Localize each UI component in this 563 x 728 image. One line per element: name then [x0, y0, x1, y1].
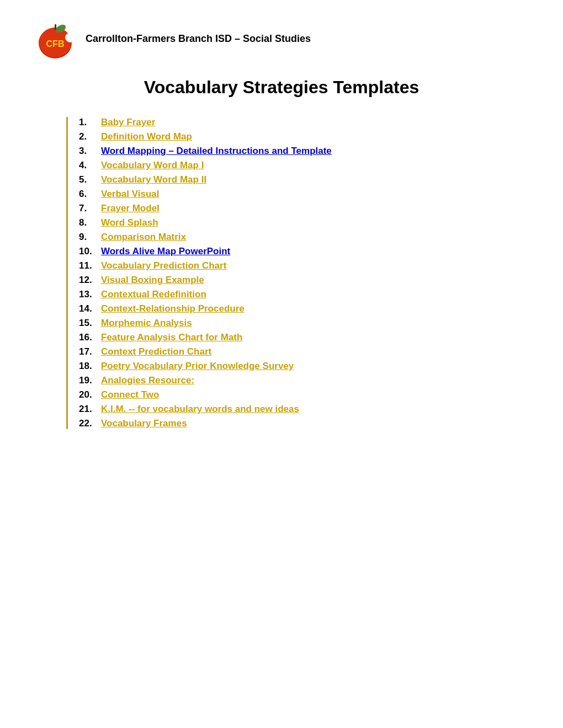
item-number: 22.: [79, 418, 101, 429]
item-number: 12.: [79, 275, 101, 286]
page-header: CFB Carrollton-Farmers Branch ISD – Soci…: [33, 17, 530, 61]
item-number: 11.: [79, 260, 101, 271]
item-number: 9.: [79, 232, 101, 243]
svg-point-4: [65, 33, 76, 42]
item-number: 4.: [79, 160, 101, 171]
list-item: 3.Word Mapping – Detailed Instructions a…: [79, 146, 530, 157]
list-item: 22.Vocabulary Frames: [79, 418, 530, 429]
list-item: 12.Visual Boxing Example: [79, 275, 530, 286]
list-item: 6.Verbal Visual: [79, 189, 530, 200]
item-link[interactable]: Vocabulary Word Map II: [101, 174, 206, 185]
item-link[interactable]: K.I.M. -- for vocabulary words and new i…: [101, 404, 299, 415]
item-link[interactable]: Definition Word Map: [101, 131, 192, 142]
svg-text:CFB: CFB: [46, 39, 65, 49]
item-number: 19.: [79, 375, 101, 386]
item-link[interactable]: Word Splash: [101, 217, 158, 228]
item-number: 15.: [79, 318, 101, 329]
list-item: 21.K.I.M. -- for vocabulary words and ne…: [79, 404, 530, 415]
item-link[interactable]: Verbal Visual: [101, 189, 160, 200]
list-item: 10.Words Alive Map PowerPoint: [79, 246, 530, 257]
items-list: 1.Baby Frayer2.Definition Word Map3.Word…: [66, 117, 530, 429]
item-link[interactable]: Analogies Resource:: [101, 375, 194, 386]
item-link[interactable]: Feature Analysis Chart for Math: [101, 332, 242, 343]
item-number: 6.: [79, 189, 101, 200]
item-number: 21.: [79, 404, 101, 415]
page-title: Vocabulary Strategies Templates: [33, 77, 530, 98]
item-number: 18.: [79, 361, 101, 372]
svg-rect-3: [55, 24, 56, 30]
list-item: 9.Comparison Matrix: [79, 232, 530, 243]
item-number: 13.: [79, 289, 101, 300]
list-item: 14.Context-Relationship Procedure: [79, 303, 530, 314]
item-link[interactable]: Comparison Matrix: [101, 232, 186, 243]
item-link[interactable]: Contextual Redefinition: [101, 289, 206, 300]
logo-icon: CFB: [33, 17, 77, 61]
item-number: 14.: [79, 303, 101, 314]
item-number: 8.: [79, 217, 101, 228]
item-number: 3.: [79, 146, 101, 157]
item-link[interactable]: Connect Two: [101, 389, 159, 400]
list-item: 2.Definition Word Map: [79, 131, 530, 142]
list-item: 11.Vocabulary Prediction Chart: [79, 260, 530, 271]
item-number: 17.: [79, 346, 101, 357]
list-item: 17.Context Prediction Chart: [79, 346, 530, 357]
item-link[interactable]: Context Prediction Chart: [101, 346, 211, 357]
list-item: 20.Connect Two: [79, 389, 530, 400]
list-item: 15.Morphemic Analysis: [79, 318, 530, 329]
list-item: 19.Analogies Resource:: [79, 375, 530, 386]
item-number: 5.: [79, 174, 101, 185]
list-item: 5.Vocabulary Word Map II: [79, 174, 530, 185]
item-link[interactable]: Context-Relationship Procedure: [101, 303, 245, 314]
list-item: 8.Word Splash: [79, 217, 530, 228]
list-item: 7.Frayer Model: [79, 203, 530, 214]
item-number: 20.: [79, 389, 101, 400]
item-number: 16.: [79, 332, 101, 343]
item-link[interactable]: Morphemic Analysis: [101, 318, 192, 329]
item-link[interactable]: Visual Boxing Example: [101, 275, 204, 286]
item-number: 2.: [79, 131, 101, 142]
list-item: 4.Vocabulary Word Map I: [79, 160, 530, 171]
item-link[interactable]: Vocabulary Frames: [101, 418, 187, 429]
item-number: 10.: [79, 246, 101, 257]
list-item: 18.Poetry Vocabulary Prior Knowledge Sur…: [79, 361, 530, 372]
list-item: 13.Contextual Redefinition: [79, 289, 530, 300]
item-link[interactable]: Words Alive Map PowerPoint: [101, 246, 230, 257]
item-link[interactable]: Vocabulary Word Map I: [101, 160, 204, 171]
item-number: 1.: [79, 117, 101, 128]
item-link[interactable]: Poetry Vocabulary Prior Knowledge Survey: [101, 361, 294, 372]
org-name: Carrollton-Farmers Branch ISD – Social S…: [86, 33, 311, 45]
item-link[interactable]: Baby Frayer: [101, 117, 155, 128]
item-link[interactable]: Frayer Model: [101, 203, 160, 214]
list-item: 16.Feature Analysis Chart for Math: [79, 332, 530, 343]
item-link[interactable]: Word Mapping – Detailed Instructions and…: [101, 146, 332, 157]
item-link[interactable]: Vocabulary Prediction Chart: [101, 260, 226, 271]
item-number: 7.: [79, 203, 101, 214]
list-item: 1.Baby Frayer: [79, 117, 530, 128]
